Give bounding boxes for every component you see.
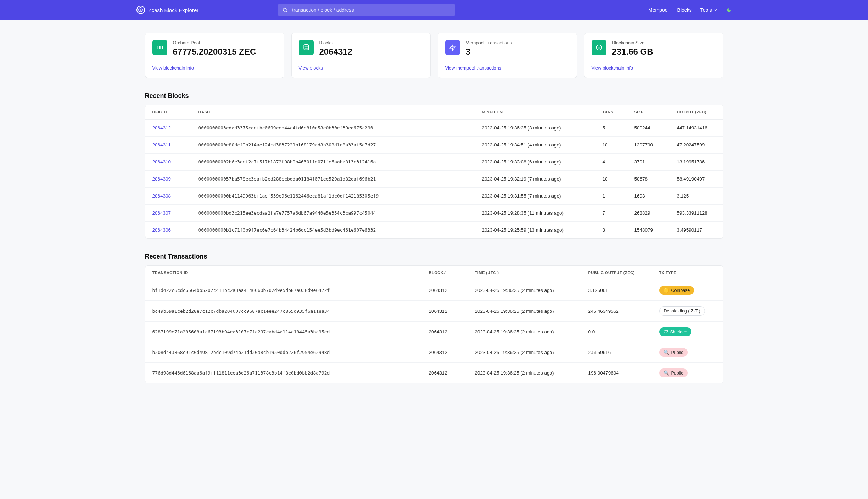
tx-id-link[interactable]: bf1d422c6cdc6564bb5202c411bc2a3aa4146060… — [152, 288, 330, 293]
nav-tools[interactable]: Tools — [700, 7, 718, 13]
card-link[interactable]: View blockchain info — [152, 65, 277, 71]
tx-type-badge: 🔍Public — [659, 368, 688, 377]
card-value: 231.66 GB — [612, 47, 653, 57]
block-txns: 10 — [595, 171, 627, 188]
th-block: BLOCK# — [422, 266, 468, 280]
card-link[interactable]: View mempool transactions — [445, 65, 570, 71]
tx-type-badge: 🔍Public — [659, 348, 688, 357]
table-row: 20643060000000000b1c71f0b9f7ec6e7c64b344… — [145, 222, 723, 239]
db-icon — [299, 40, 314, 55]
card-link[interactable]: View blocks — [299, 65, 423, 71]
card-label: Mempool Transactions — [466, 40, 512, 45]
block-size: 1548079 — [627, 222, 670, 239]
block-mined: 2023-04-25 19:31:55 (7 minutes ago) — [475, 188, 595, 205]
th-hash: HASH — [191, 105, 475, 120]
recent-blocks-table: HEIGHT HASH MINED ON TXNS SIZE OUTPUT (Z… — [145, 105, 723, 239]
tx-type-label: Public — [671, 350, 683, 355]
tx-type-badge: Deshielding ( Z-T ) — [659, 306, 705, 316]
tx-output: 3.125061 — [581, 280, 652, 301]
tx-type-label: Shielded — [670, 329, 688, 334]
badge-icon: 🟡 — [663, 288, 669, 293]
th-type: TX TYPE — [652, 266, 723, 280]
tx-time: 2023-04-25 19:36:25 (2 minutes ago) — [468, 280, 581, 301]
table-row: 2064309000000000057ba578ec3eafb2ed288ccb… — [145, 171, 723, 188]
main-nav: Mempool Blocks Tools — [648, 7, 732, 13]
th-pout: PUBLIC OUTPUT (ZEC) — [581, 266, 652, 280]
block-txns: 3 — [595, 222, 627, 239]
block-height-link[interactable]: 2064308 — [152, 193, 171, 199]
zcash-logo-icon: ⓩ — [136, 6, 145, 14]
tx-id-link[interactable]: 6287f99e71a285608a1c67f93b94ea3107c7fc29… — [152, 329, 330, 334]
card-label: Blocks — [319, 40, 352, 45]
table-row: b208d443868c91c0d49812bdc109d74b21dd30a8… — [145, 342, 723, 363]
logo[interactable]: ⓩ Zcash Block Explorer — [136, 6, 199, 14]
tx-output: 2.5559616 — [581, 342, 652, 363]
card-value: 2064312 — [319, 47, 352, 57]
nav-blocks[interactable]: Blocks — [677, 7, 692, 13]
block-size: 1693 — [627, 188, 670, 205]
tx-block: 2064312 — [422, 280, 468, 301]
card-label: Blockchain Size — [612, 40, 653, 45]
block-size: 268829 — [627, 205, 670, 222]
tx-block: 2064312 — [422, 301, 468, 322]
table-row: bf1d422c6cdc6564bb5202c411bc2a3aa4146060… — [145, 280, 723, 301]
block-size: 50678 — [627, 171, 670, 188]
block-hash: 0000000000b1c71f0b9f7ec6e7c64b34424b6dc1… — [191, 222, 475, 239]
block-txns: 7 — [595, 205, 627, 222]
card-link[interactable]: View blockchain info — [592, 65, 716, 71]
recent-txs-title: Recent Transactions — [145, 253, 723, 260]
tx-output: 196.00479604 — [581, 363, 652, 383]
block-output: 13.19951786 — [670, 154, 723, 171]
block-height-link[interactable]: 2064311 — [152, 142, 171, 148]
block-hash: 0000000000bd3c215ee3ecdaa2fa7e7757a6db67… — [191, 205, 475, 222]
stat-card: Mempool Transactions3View mempool transa… — [438, 33, 577, 78]
tx-id-link[interactable]: 776d98d446d6168aa6af9ff11811eea3d26a7113… — [152, 370, 330, 376]
block-height-link[interactable]: 2064312 — [152, 125, 171, 131]
tx-id-link[interactable]: bc49b59a1ceb2d28e7c12c7dba204007cc9687ac… — [152, 309, 330, 314]
badge-icon: 🔍 — [663, 350, 669, 355]
tx-type-badge: 🛡Shielded — [659, 327, 692, 336]
block-hash: 00000000000b41149963bf1aef559e96e1162446… — [191, 188, 475, 205]
th-output: OUTPUT (ZEC) — [670, 105, 723, 120]
chevron-down-icon — [713, 8, 718, 12]
nav-mempool[interactable]: Mempool — [648, 7, 669, 13]
tx-time: 2023-04-25 19:36:25 (2 minutes ago) — [468, 363, 581, 383]
nav-tools-label: Tools — [700, 7, 712, 13]
table-row: 20643110000000000e80dcf9b214aef24cd38372… — [145, 137, 723, 154]
tx-output: 0.0 — [581, 322, 652, 342]
theme-toggle-icon[interactable] — [726, 7, 732, 13]
block-hash: 000000000057ba578ec3eafb2ed288ccbdda0118… — [191, 171, 475, 188]
svg-line-1 — [286, 11, 287, 12]
svg-point-4 — [304, 45, 308, 46]
link-icon — [152, 40, 167, 55]
block-txns: 5 — [595, 120, 627, 137]
block-height-link[interactable]: 2064309 — [152, 176, 171, 182]
block-height-link[interactable]: 2064310 — [152, 159, 171, 165]
block-size: 3791 — [627, 154, 670, 171]
tx-id-link[interactable]: b208d443868c91c0d49812bdc109d74b21dd30a8… — [152, 350, 330, 355]
recent-blocks-title: Recent Blocks — [145, 92, 723, 100]
badge-icon: 🛡 — [663, 329, 668, 334]
block-height-link[interactable]: 2064306 — [152, 227, 171, 233]
table-row: 20643070000000000bd3c215ee3ecdaa2fa7e775… — [145, 205, 723, 222]
block-height-link[interactable]: 2064307 — [152, 210, 171, 216]
card-label: Orchard Pool — [173, 40, 256, 45]
card-value: 3 — [466, 47, 512, 57]
block-txns: 1 — [595, 188, 627, 205]
table-row: 6287f99e71a285608a1c67f93b94ea3107c7fc29… — [145, 322, 723, 342]
th-txid: TRANSACTION ID — [145, 266, 422, 280]
block-output: 3.125 — [670, 188, 723, 205]
search-input[interactable] — [278, 4, 455, 16]
stat-card: Orchard Pool67775.20200315 ZECView block… — [145, 33, 284, 78]
block-mined: 2023-04-25 19:33:08 (6 minutes ago) — [475, 154, 595, 171]
block-size: 500244 — [627, 120, 670, 137]
th-txns: TXNS — [595, 105, 627, 120]
svg-marker-5 — [450, 45, 455, 51]
block-mined: 2023-04-25 19:28:35 (11 minutes ago) — [475, 205, 595, 222]
block-txns: 10 — [595, 137, 627, 154]
tx-output: 245.46349552 — [581, 301, 652, 322]
card-value: 67775.20200315 ZEC — [173, 47, 256, 57]
search-icon — [282, 7, 288, 13]
block-size: 1397790 — [627, 137, 670, 154]
table-row: 206430800000000000b41149963bf1aef559e96e… — [145, 188, 723, 205]
